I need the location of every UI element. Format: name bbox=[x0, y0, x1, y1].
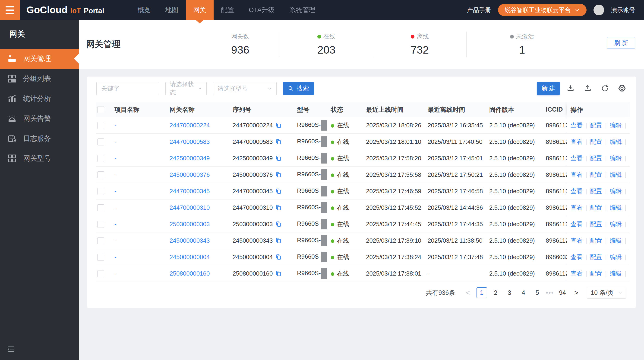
row-checkbox[interactable] bbox=[97, 221, 104, 228]
pagination-prev[interactable]: < bbox=[462, 287, 473, 298]
gateway-name-link[interactable]: 244700000224 bbox=[170, 122, 210, 129]
page-size-select[interactable]: 10 条/页 bbox=[587, 287, 626, 298]
view-action[interactable]: 查看 bbox=[570, 122, 582, 129]
select-all-checkbox[interactable] bbox=[97, 106, 104, 113]
config-action[interactable]: 配置 bbox=[590, 221, 602, 228]
config-action[interactable]: 配置 bbox=[590, 254, 602, 261]
row-checkbox[interactable] bbox=[97, 122, 104, 129]
edit-action[interactable]: 编辑 bbox=[610, 221, 622, 228]
edit-action[interactable]: 编辑 bbox=[610, 254, 622, 261]
config-action[interactable]: 配置 bbox=[590, 188, 602, 195]
config-action[interactable]: 配置 bbox=[590, 155, 602, 162]
view-action[interactable]: 查看 bbox=[570, 188, 582, 195]
config-action[interactable]: 配置 bbox=[590, 171, 602, 178]
config-action[interactable]: 配置 bbox=[590, 270, 602, 277]
edit-action[interactable]: 编辑 bbox=[610, 122, 622, 129]
edit-action[interactable]: 编辑 bbox=[610, 188, 622, 195]
account-name[interactable]: 演示账号 bbox=[611, 6, 635, 14]
sidebar-item-gateway-model[interactable]: 网关型号 bbox=[0, 148, 79, 168]
more-actions[interactable]: ··· bbox=[630, 270, 630, 277]
model-select[interactable]: 请选择型号 bbox=[213, 82, 276, 95]
hamburger-menu-button[interactable] bbox=[0, 0, 20, 20]
refresh-button[interactable]: 刷新 bbox=[607, 37, 635, 49]
pagination-page-4[interactable]: 4 bbox=[518, 287, 529, 298]
tab-gateway[interactable]: 网关 bbox=[186, 0, 214, 20]
pagination-page-1[interactable]: 1 bbox=[476, 287, 487, 298]
row-checkbox[interactable] bbox=[97, 204, 104, 211]
view-action[interactable]: 查看 bbox=[570, 221, 582, 228]
tab-overview[interactable]: 概览 bbox=[130, 0, 158, 20]
row-checkbox[interactable] bbox=[97, 138, 104, 145]
config-action[interactable]: 配置 bbox=[590, 204, 602, 211]
copy-icon[interactable] bbox=[275, 204, 282, 211]
copy-icon[interactable] bbox=[275, 171, 282, 178]
tab-map[interactable]: 地图 bbox=[158, 0, 186, 20]
import-button[interactable] bbox=[566, 84, 575, 93]
copy-icon[interactable] bbox=[275, 237, 282, 244]
pagination-page-5[interactable]: 5 bbox=[532, 287, 543, 298]
platform-selector-dropdown[interactable]: 锐谷智联工业物联云平台 bbox=[498, 4, 586, 16]
copy-icon[interactable] bbox=[275, 122, 282, 128]
gateway-name-link[interactable]: 244700000310 bbox=[170, 204, 210, 211]
config-action[interactable]: 配置 bbox=[590, 237, 602, 244]
edit-action[interactable]: 编辑 bbox=[610, 204, 622, 211]
more-actions[interactable]: ··· bbox=[630, 122, 630, 129]
more-actions[interactable]: ··· bbox=[630, 171, 630, 178]
copy-icon[interactable] bbox=[275, 270, 282, 277]
copy-icon[interactable] bbox=[275, 221, 282, 227]
gateway-name-link[interactable]: 250800000160 bbox=[170, 270, 210, 277]
table-settings-button[interactable] bbox=[618, 84, 626, 93]
search-button[interactable]: 搜索 bbox=[283, 82, 314, 95]
sidebar-item-gateway-management[interactable]: 网关管理 bbox=[0, 49, 79, 69]
more-actions[interactable]: ··· bbox=[630, 204, 630, 211]
more-actions[interactable]: ··· bbox=[630, 188, 630, 195]
tab-ota-upgrade[interactable]: OTA升级 bbox=[242, 0, 282, 20]
gateway-name-link[interactable]: 245000000343 bbox=[170, 237, 210, 244]
copy-icon[interactable] bbox=[275, 155, 282, 161]
view-action[interactable]: 查看 bbox=[570, 204, 582, 211]
view-action[interactable]: 查看 bbox=[570, 171, 582, 178]
config-action[interactable]: 配置 bbox=[590, 122, 602, 129]
more-actions[interactable]: ··· bbox=[630, 155, 630, 162]
keyword-input[interactable] bbox=[96, 82, 159, 95]
more-actions[interactable]: ··· bbox=[630, 254, 630, 261]
gateway-name-link[interactable]: 244700000345 bbox=[170, 188, 210, 195]
edit-action[interactable]: 编辑 bbox=[610, 171, 622, 178]
config-action[interactable]: 配置 bbox=[590, 138, 602, 145]
sidebar-item-gateway-alarm[interactable]: 网关告警 bbox=[0, 109, 79, 128]
create-button[interactable]: 新建 bbox=[537, 82, 560, 95]
row-checkbox[interactable] bbox=[97, 171, 104, 178]
gateway-name-link[interactable]: 242500000349 bbox=[170, 155, 210, 162]
view-action[interactable]: 查看 bbox=[570, 254, 582, 261]
avatar[interactable] bbox=[594, 5, 604, 15]
tab-system-admin[interactable]: 系统管理 bbox=[282, 0, 323, 20]
edit-action[interactable]: 编辑 bbox=[610, 138, 622, 145]
view-action[interactable]: 查看 bbox=[570, 237, 582, 244]
gateway-name-link[interactable]: 245000000376 bbox=[170, 171, 210, 178]
edit-action[interactable]: 编辑 bbox=[610, 237, 622, 244]
status-select[interactable]: 请选择状态 bbox=[166, 82, 207, 95]
sidebar-item-log-service[interactable]: 日志服务 bbox=[0, 128, 79, 148]
row-checkbox[interactable] bbox=[97, 237, 104, 244]
edit-action[interactable]: 编辑 bbox=[610, 270, 622, 277]
sidebar-item-group-list[interactable]: 分组列表 bbox=[0, 69, 79, 89]
sidebar-item-statistics[interactable]: 统计分析 bbox=[0, 89, 79, 109]
row-checkbox[interactable] bbox=[97, 270, 104, 277]
row-checkbox[interactable] bbox=[97, 188, 104, 195]
reload-table-button[interactable] bbox=[600, 84, 609, 93]
pagination-next[interactable]: > bbox=[571, 287, 582, 298]
product-manual-link[interactable]: 产品手册 bbox=[467, 6, 491, 14]
gateway-name-link[interactable]: 250300000303 bbox=[170, 221, 210, 228]
pagination-ellipsis[interactable]: ••• bbox=[546, 289, 554, 296]
more-actions[interactable]: ··· bbox=[630, 221, 630, 228]
copy-icon[interactable] bbox=[275, 138, 282, 145]
more-actions[interactable]: ··· bbox=[630, 237, 630, 244]
export-button[interactable] bbox=[583, 84, 592, 93]
view-action[interactable]: 查看 bbox=[570, 155, 582, 162]
sidebar-collapse-button[interactable] bbox=[7, 345, 15, 354]
pagination-page-3[interactable]: 3 bbox=[504, 287, 515, 298]
view-action[interactable]: 查看 bbox=[570, 138, 582, 145]
row-checkbox[interactable] bbox=[97, 155, 104, 162]
row-checkbox[interactable] bbox=[97, 254, 104, 261]
pagination-page-last[interactable]: 94 bbox=[557, 287, 568, 298]
